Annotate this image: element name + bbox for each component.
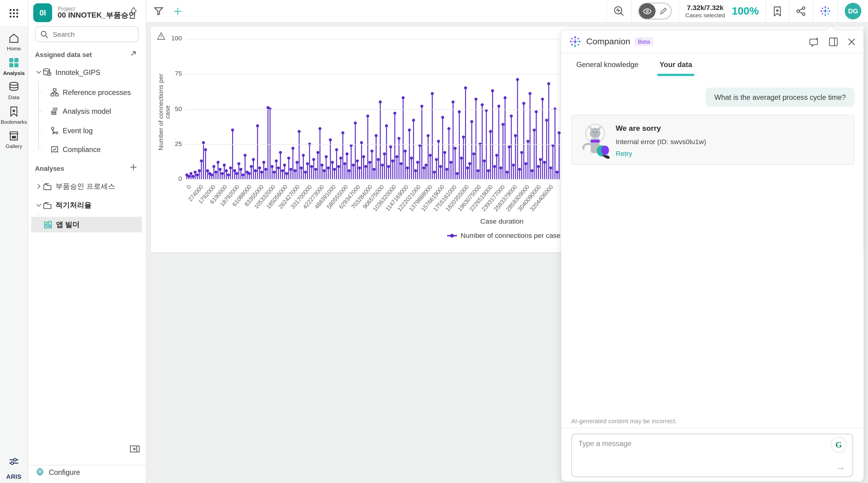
app-builder-icon <box>44 220 52 229</box>
rail-item-analysis[interactable]: Analysis <box>0 56 28 76</box>
rail-label: Data <box>8 94 20 100</box>
tab-your-data[interactable]: Your data <box>658 55 693 74</box>
analysis-item-1[interactable]: 부품승인 프로세스 <box>28 178 146 195</box>
analysis-item-label: 적기처리율 <box>56 200 92 210</box>
home-icon <box>8 32 20 44</box>
dock-panel-icon[interactable] <box>829 37 838 47</box>
send-button[interactable]: → <box>835 461 846 473</box>
rail-item-gallery[interactable]: Gallery <box>0 130 28 149</box>
project-header[interactable]: 0I Project 00 INNOTEK_부품승인 <box>33 3 136 23</box>
analysis-folder-icon <box>43 201 52 209</box>
ai-disclaimer: AI-generated content may be incorrect. <box>571 418 677 424</box>
tree-item-compliance[interactable]: Compliance <box>28 141 146 158</box>
sidebar: 0I Project 00 INNOTEK_부품승인 Search Assign… <box>28 0 146 483</box>
cases-selected-counter: 7.32k/7.32k Cases selected <box>685 4 725 18</box>
companion-header: Companion Beta <box>561 31 863 53</box>
tree-item-label: Event log <box>63 126 93 134</box>
tree-item-label: Compliance <box>63 145 101 153</box>
tree-item-event-log[interactable]: Event log <box>28 121 146 139</box>
add-analysis-icon[interactable] <box>130 163 137 171</box>
rail-item-data[interactable]: Data <box>0 81 28 100</box>
close-icon[interactable] <box>847 37 856 46</box>
selection-percentage: 100% <box>732 5 759 17</box>
cases-label: Cases selected <box>685 12 725 19</box>
x-axis-ticks: 0274000179200061900001879200061088000833… <box>186 181 574 220</box>
analysis-item-app-builder[interactable]: 앱 빌더 <box>31 217 142 232</box>
rail-label: Bookmarks <box>1 119 27 125</box>
add-tab-icon[interactable] <box>174 7 182 15</box>
analysis-item-label: 부품승인 프로세스 <box>56 181 115 191</box>
sidebar-search-input[interactable]: Search <box>35 26 138 42</box>
edit-mode-button[interactable] <box>655 7 671 15</box>
companion-logo-icon <box>569 35 581 48</box>
companion-title: Companion <box>586 37 630 47</box>
collapse-sidebar-icon[interactable] <box>130 445 140 453</box>
message-placeholder: Type a message <box>579 439 631 448</box>
analysis-grid-icon <box>8 56 20 68</box>
configure-button[interactable]: Configure <box>35 467 80 476</box>
bookmark-star-icon <box>8 105 20 117</box>
companion-icon[interactable] <box>820 5 831 17</box>
chart-plot-area[interactable]: 1007550250 <box>186 39 560 179</box>
new-chat-icon[interactable] <box>809 36 819 47</box>
sliders-icon[interactable] <box>8 457 20 466</box>
error-cat-illustration <box>579 122 613 159</box>
y-tick-label: 25 <box>163 140 182 147</box>
share-icon[interactable] <box>796 6 806 16</box>
process-search-icon[interactable] <box>613 5 624 17</box>
tree-item-label: Innotek_GIPS <box>56 68 100 76</box>
analysis-item-label: 앱 빌더 <box>56 220 80 230</box>
legend-marker-icon <box>447 234 457 238</box>
tab-general-knowledge[interactable]: General knowledge <box>575 55 640 74</box>
beta-badge: Beta <box>635 37 653 46</box>
filter-icon[interactable] <box>154 6 163 16</box>
error-title: We are sorry <box>616 124 661 132</box>
project-title: 00 INNOTEK_부품승인 <box>58 12 136 20</box>
event-log-icon <box>50 126 59 134</box>
rail-label: Home <box>7 46 21 52</box>
companion-tabs: General knowledge Your data <box>561 53 863 75</box>
grammarly-icon[interactable]: G <box>831 437 846 452</box>
database-icon <box>8 81 20 93</box>
retry-link[interactable]: Retry <box>616 150 632 158</box>
app-launcher-button[interactable] <box>0 0 28 27</box>
aris-logo: ARIS <box>6 473 22 480</box>
view-edit-toggle[interactable] <box>638 3 672 20</box>
project-label: Project <box>58 5 136 11</box>
eye-icon <box>643 8 651 14</box>
open-dataset-icon[interactable] <box>130 50 136 56</box>
error-card: We are sorry Internal error (ID: swvs0lu… <box>571 115 855 165</box>
tree-item-analysis-model[interactable]: Analysis model <box>28 102 146 120</box>
assigned-dataset-section-label: Assigned data set <box>35 51 92 59</box>
x-axis-title: Case duration <box>458 217 546 225</box>
grid-menu-icon <box>8 8 20 19</box>
compliance-icon <box>50 145 59 153</box>
analysis-item-2[interactable]: 적기처리율 <box>28 196 146 214</box>
user-message-bubble: What is the averaget process cycle time? <box>705 88 855 107</box>
search-icon <box>40 30 48 38</box>
y-tick-label: 100 <box>163 35 182 41</box>
message-input[interactable]: Type a message G → <box>571 434 853 477</box>
gear-icon <box>35 467 44 476</box>
rail-item-bookmarks[interactable]: Bookmarks <box>0 105 28 125</box>
analyses-section-label: Analyses <box>35 165 64 173</box>
error-detail: Internal error (ID: swvs0lu1w) <box>616 138 706 146</box>
gridline <box>186 179 560 180</box>
pencil-icon <box>659 7 667 15</box>
storefront-icon <box>8 130 20 142</box>
view-mode-button[interactable] <box>639 3 655 19</box>
gridline <box>186 39 560 39</box>
user-avatar[interactable]: DG <box>845 3 861 20</box>
companion-panel: Companion Beta General knowledge Your da… <box>561 31 863 481</box>
tree-item-reference-processes[interactable]: Reference processes <box>28 83 146 101</box>
project-switcher-icon[interactable] <box>130 7 137 15</box>
gridline <box>186 109 560 110</box>
left-icon-rail: Home Analysis Data Bookmarks <box>0 0 28 483</box>
bookmark-icon[interactable] <box>773 6 782 17</box>
panel-divider <box>561 427 863 428</box>
y-tick-label: 75 <box>163 70 182 77</box>
rail-item-home[interactable]: Home <box>0 32 28 52</box>
rail-label: Analysis <box>3 70 25 76</box>
tree-item-dataset[interactable]: Innotek_GIPS <box>28 63 146 81</box>
gridline <box>186 74 560 74</box>
